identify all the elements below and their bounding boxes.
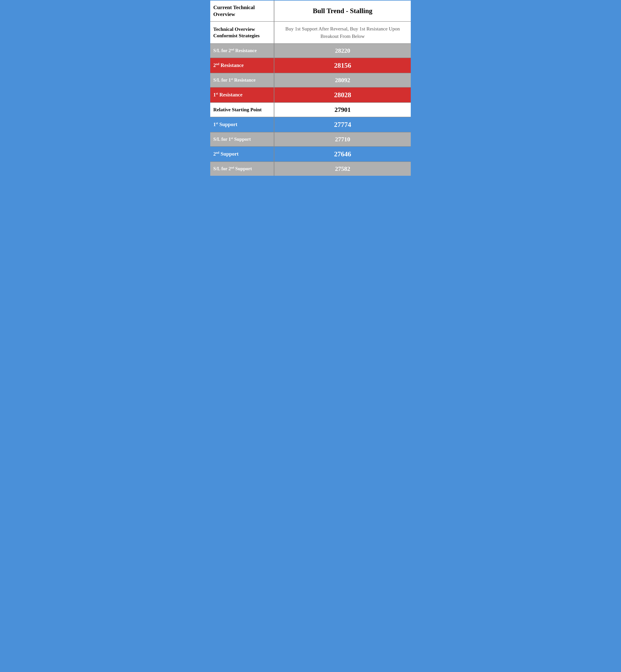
data-row-8: S/L for 2nd Support 27582 <box>210 162 411 176</box>
row-5-right: 27774 <box>274 117 411 132</box>
row-left-label: 1st Resistance <box>213 91 242 98</box>
row-5-left: 1st Support <box>210 117 274 132</box>
row-5-value: 27774 <box>334 121 351 129</box>
row-left-label: S/L for 2nd Support <box>213 166 252 172</box>
data-row-7: 2nd Support 27646 <box>210 146 411 162</box>
row-0-left: S/L for 2nd Resistance <box>210 44 274 58</box>
row-4-value: 27901 <box>334 106 350 113</box>
header-left-label: Current Technical Overview <box>213 4 271 18</box>
row-1-right: 28156 <box>274 58 411 73</box>
row-8-value: 27582 <box>335 165 350 172</box>
row-1-left: 2nd Resistance <box>210 58 274 73</box>
data-row-5: 1st Support 27774 <box>210 117 411 132</box>
row-1-value: 28156 <box>334 61 351 70</box>
row-3-left: 1st Resistance <box>210 87 274 102</box>
row-0-right: 28220 <box>274 44 411 58</box>
row-7-right: 27646 <box>274 146 411 162</box>
row-8-left: S/L for 2nd Support <box>210 162 274 176</box>
data-row-4: Relative Starting Point 27901 <box>210 103 411 117</box>
row-left-label: 1st Support <box>213 121 238 128</box>
header-right-label: Bull Trend - Stalling <box>313 7 372 15</box>
row-4-right: 27901 <box>274 103 411 117</box>
row-left-label: 2nd Resistance <box>213 62 244 69</box>
header-row: Current Technical Overview Bull Trend - … <box>210 1 411 22</box>
row-2-value: 28092 <box>335 77 350 84</box>
row-8-right: 27582 <box>274 162 411 176</box>
row-4-left: Relative Starting Point <box>210 103 274 117</box>
strategy-left-label: Technical Overview Conformist Strategies <box>213 26 259 39</box>
strategy-description: Buy 1st Support After Reversal, Buy 1st … <box>277 25 408 40</box>
row-6-value: 27710 <box>335 136 350 143</box>
main-table: Current Technical Overview Bull Trend - … <box>210 0 411 180</box>
data-row-2: S/L for 1st Resistance 28092 <box>210 73 411 87</box>
row-2-right: 28092 <box>274 73 411 87</box>
data-row-1: 2nd Resistance 28156 <box>210 58 411 73</box>
data-rows-container: S/L for 2nd Resistance 28220 2nd Resista… <box>210 44 411 176</box>
strategy-row: Technical Overview Conformist Strategies… <box>210 22 411 44</box>
row-7-left: 2nd Support <box>210 146 274 162</box>
row-left-label: S/L for 1st Resistance <box>213 77 255 83</box>
strategy-right: Buy 1st Support After Reversal, Buy 1st … <box>274 22 411 43</box>
header-right: Bull Trend - Stalling <box>274 1 411 21</box>
row-0-value: 28220 <box>335 47 350 54</box>
row-3-value: 28028 <box>334 91 351 99</box>
row-3-right: 28028 <box>274 87 411 102</box>
row-left-label: S/L for 2nd Resistance <box>213 48 257 54</box>
row-left-label: S/L for 1st Support <box>213 136 251 142</box>
row-6-left: S/L for 1st Support <box>210 132 274 146</box>
data-row-0: S/L for 2nd Resistance 28220 <box>210 44 411 58</box>
data-row-6: S/L for 1st Support 27710 <box>210 132 411 146</box>
row-2-left: S/L for 1st Resistance <box>210 73 274 87</box>
data-row-3: 1st Resistance 28028 <box>210 87 411 103</box>
row-left-label: Relative Starting Point <box>213 107 261 113</box>
row-7-value: 27646 <box>334 150 351 158</box>
strategy-left: Technical Overview Conformist Strategies <box>210 22 274 43</box>
row-6-right: 27710 <box>274 132 411 146</box>
row-left-label: 2nd Support <box>213 151 239 157</box>
bottom-bar <box>210 176 411 179</box>
header-left: Current Technical Overview <box>210 1 274 21</box>
